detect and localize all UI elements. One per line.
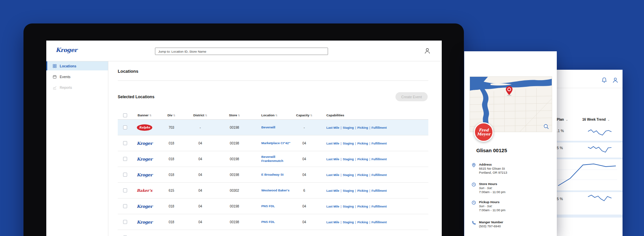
plan-value: 5 % (557, 146, 563, 150)
location-link[interactable]: PNS FDL (261, 220, 275, 224)
clock-icon (472, 200, 476, 206)
capability-last-mile-link[interactable]: Last Mile (326, 221, 339, 224)
table-row[interactable]: Kroger 018 04 00198 PNS FDL 04 Last Mile… (118, 214, 428, 230)
user-account-icon[interactable] (424, 48, 431, 54)
row-checkbox[interactable] (123, 173, 127, 177)
table-row[interactable]: Kroger (118, 230, 428, 236)
location-link[interactable]: Beverwill (261, 125, 275, 129)
capability-picking-link[interactable]: Picking (357, 158, 368, 161)
separator: | (355, 189, 356, 192)
sort-icon[interactable]: ⇅ (149, 114, 152, 117)
capability-last-mile-link[interactable]: Last Mile (326, 189, 339, 192)
sidebar-item-events[interactable]: Events (46, 72, 108, 81)
notifications-bell-icon[interactable] (601, 77, 607, 85)
capability-picking-link[interactable]: Picking (357, 173, 368, 177)
store-value: 00198 (214, 157, 255, 161)
capability-picking-link[interactable]: Picking (357, 126, 368, 129)
plan-value: 5 % (557, 197, 563, 201)
div-value: 018 (157, 141, 186, 145)
table-row[interactable]: Baker's 615 04 00302 Westwood Baker's 6 … (118, 183, 428, 198)
profile-icon[interactable] (612, 77, 619, 85)
capability-fulfillment-link[interactable]: Fulfillment (372, 205, 387, 208)
capability-staging-link[interactable]: Staging (343, 158, 354, 161)
capability-fulfillment-link[interactable]: Fulfillment (372, 126, 387, 129)
capability-fulfillment-link[interactable]: Fulfillment (372, 221, 387, 224)
column-header-div[interactable]: Div⇅ (157, 113, 186, 117)
column-header-capacity[interactable]: Capacity⇅ (295, 113, 314, 117)
location-link[interactable]: E Broadway St (261, 173, 284, 177)
row-checkbox[interactable] (123, 220, 127, 224)
table-row[interactable]: Kroger 018 04 00198 PNS FDL 04 Last Mile… (118, 198, 428, 214)
kroger-banner-logo: Kroger (137, 157, 153, 162)
capability-picking-link[interactable]: Picking (357, 142, 368, 145)
capability-last-mile-link[interactable]: Last Mile (326, 158, 339, 161)
district-value: - (186, 126, 214, 129)
plan-column-header[interactable]: Plan⌄ (557, 118, 568, 121)
sort-icon[interactable]: ⇅ (275, 114, 278, 117)
capability-staging-link[interactable]: Staging (343, 189, 354, 192)
separator: | (369, 221, 370, 224)
location-link[interactable]: Marketplace CI"42" (261, 141, 290, 145)
phone-icon (472, 220, 476, 226)
column-header-banner[interactable]: Banner⇅ (132, 113, 157, 117)
capability-picking-link[interactable]: Picking (357, 221, 368, 224)
capability-fulfillment-link[interactable]: Fulfillment (372, 142, 387, 145)
table-row[interactable]: Kroger 018 04 00198 E Broadway St 04 Las… (118, 167, 428, 183)
separator: | (355, 205, 356, 208)
capability-staging-link[interactable]: Staging (343, 142, 354, 145)
select-all-checkbox[interactable] (123, 113, 127, 117)
capability-last-mile-link[interactable]: Last Mile (326, 126, 339, 129)
table-row[interactable]: Ralphs 703 - 00198 Beverwill - Last Mile… (118, 120, 428, 135)
store-value: 00198 (214, 204, 255, 208)
capability-staging-link[interactable]: Staging (343, 173, 354, 177)
capability-last-mile-link[interactable]: Last Mile (326, 205, 339, 208)
sort-icon[interactable]: ⇅ (173, 114, 175, 117)
location-link[interactable]: Westwood Baker's (261, 188, 289, 192)
sidebar-label-locations: Locations (60, 64, 76, 68)
capability-last-mile-link[interactable]: Last Mile (326, 173, 339, 177)
capability-staging-link[interactable]: Staging (343, 205, 354, 208)
separator: | (369, 126, 370, 129)
row-checkbox[interactable] (123, 204, 127, 208)
sort-icon[interactable]: ⇅ (310, 114, 312, 117)
store-value: 00198 (214, 126, 255, 129)
div-value: 018 (157, 157, 186, 161)
main-content: Locations Selected Locations Create Even… (108, 61, 442, 236)
table-row[interactable]: Kroger 018 04 00198 Marketplace CI"42" 0… (118, 135, 428, 151)
capacity-value: 6 (295, 189, 314, 192)
location-link[interactable]: PNS FDL (261, 204, 275, 208)
column-header-location[interactable]: Location⇅ (255, 113, 295, 117)
row-checkbox[interactable] (123, 141, 127, 145)
create-event-button[interactable]: Create Event (395, 92, 428, 101)
district-value: 04 (186, 189, 214, 192)
table-row[interactable]: Kroger 018 04 00198 Beverwill Frankenmut… (118, 151, 428, 167)
capability-fulfillment-link[interactable]: Fulfillment (372, 189, 387, 192)
location-link[interactable]: Beverwill Frankenmutch (261, 155, 295, 163)
sort-icon[interactable]: ⇅ (238, 114, 240, 117)
separator: | (341, 158, 341, 161)
separator: | (369, 142, 370, 145)
capability-last-mile-link[interactable]: Last Mile (326, 142, 339, 145)
column-header-store[interactable]: Store⇅ (214, 113, 255, 117)
trend-column-header[interactable]: 16 Week Trend⌄ (582, 118, 610, 121)
selected-locations-title: Selected Locations (118, 95, 154, 99)
capability-fulfillment-link[interactable]: Fulfillment (372, 158, 387, 161)
chevron-down-icon[interactable]: ⌄ (566, 118, 568, 121)
sort-icon[interactable]: ⇅ (205, 114, 207, 117)
separator: | (369, 173, 370, 177)
capability-staging-link[interactable]: Staging (343, 221, 354, 224)
chevron-down-icon[interactable]: ⌄ (607, 118, 610, 121)
capability-staging-link[interactable]: Staging (343, 126, 354, 129)
district-value: 04 (186, 157, 214, 161)
row-checkbox[interactable] (123, 125, 127, 129)
capability-picking-link[interactable]: Picking (357, 189, 368, 192)
jump-to-search-input[interactable] (155, 48, 328, 55)
location-pin-icon (472, 163, 476, 169)
capability-picking-link[interactable]: Picking (357, 205, 368, 208)
sidebar-item-locations[interactable]: Locations (46, 61, 108, 70)
row-checkbox[interactable] (123, 188, 127, 192)
sidebar-item-reports[interactable]: Reports (46, 83, 108, 92)
capability-fulfillment-link[interactable]: Fulfillment (372, 173, 387, 177)
column-header-district[interactable]: District⇅ (186, 113, 214, 117)
row-checkbox[interactable] (123, 157, 127, 161)
